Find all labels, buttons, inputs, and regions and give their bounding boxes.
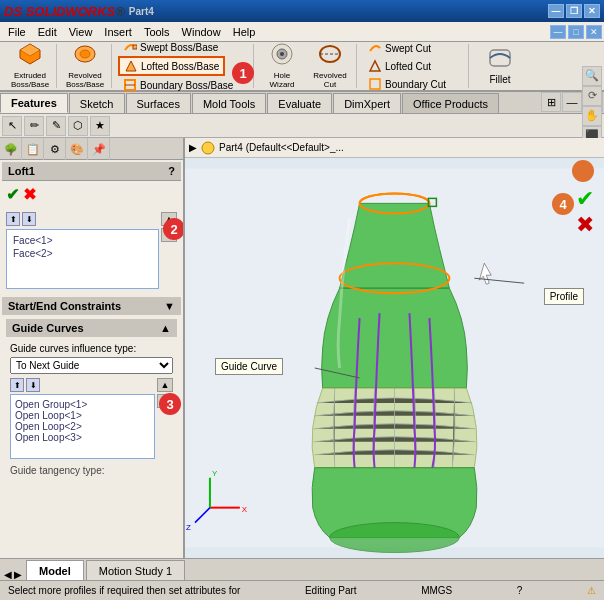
- 3d-sketch-button[interactable]: ✎: [46, 116, 66, 136]
- accept-button[interactable]: ✔: [576, 188, 594, 210]
- loft-title-text: Loft1: [8, 165, 35, 177]
- guide-arrow-up[interactable]: ▲: [157, 378, 173, 392]
- main-content: 🌳 📋 ⚙ 🎨 📌 Loft1 ? ✔ ✖: [0, 138, 604, 558]
- close-button[interactable]: ✕: [584, 4, 600, 18]
- panel-minimize[interactable]: —: [550, 25, 566, 39]
- smart-dim-button[interactable]: ⬡: [68, 116, 88, 136]
- tab-mold-tools[interactable]: Mold Tools: [192, 93, 266, 113]
- guide-curves-header[interactable]: Guide Curves ▲: [6, 319, 177, 337]
- help-button[interactable]: ?: [517, 585, 523, 596]
- boundary-boss-label: Boundary Boss/Base: [140, 80, 233, 91]
- profile-move-up[interactable]: ⬆: [6, 212, 20, 226]
- app-logo: DS SOLIDWORKS®: [4, 4, 125, 19]
- bottle-viewport[interactable]: X Y Z Profile Guide Curve: [185, 158, 604, 558]
- tab-dimxpert[interactable]: DimXpert: [333, 93, 401, 113]
- appear-tab[interactable]: 🎨: [66, 138, 88, 160]
- menu-view[interactable]: View: [63, 24, 99, 40]
- status-bar: Select more profiles if required then se…: [0, 580, 604, 600]
- feature-tree-tab[interactable]: 🌳: [0, 138, 22, 160]
- constraints-arrow: ▼: [164, 300, 175, 312]
- cancel-button[interactable]: ✖: [23, 185, 36, 204]
- titlebar-left: DS SOLIDWORKS® Part4: [4, 4, 154, 19]
- guide-move-up[interactable]: ⬆: [10, 378, 24, 392]
- badge-4-fixed: [572, 160, 594, 182]
- config-tab[interactable]: ⚙: [44, 138, 66, 160]
- select-button[interactable]: ↖: [2, 116, 22, 136]
- left-panel: 🌳 📋 ⚙ 🎨 📌 Loft1 ? ✔ ✖: [0, 138, 185, 558]
- tree-expand[interactable]: ▶: [189, 142, 197, 153]
- sketch-button[interactable]: ✏: [24, 116, 44, 136]
- scroll-right[interactable]: ▶: [14, 569, 22, 580]
- hole-revolved-section: HoleWizard RevolvedCut: [256, 44, 357, 88]
- loft-title-bar: Loft1 ?: [2, 162, 181, 181]
- restore-button[interactable]: ❐: [566, 4, 582, 18]
- tab-surfaces[interactable]: Surfaces: [126, 93, 191, 113]
- reject-button[interactable]: ✖: [576, 214, 594, 236]
- profile-callout-text: Profile: [550, 291, 578, 302]
- tab-evaluate[interactable]: Evaluate: [267, 93, 332, 113]
- cut-group-section: Swept Cut Lofted Cut Boundary Cut: [359, 44, 469, 88]
- revolved-icon: [73, 42, 97, 71]
- window-controls[interactable]: — ❐ ✕: [548, 4, 600, 18]
- bottom-tab-model[interactable]: Model: [26, 560, 84, 580]
- svg-rect-14: [370, 79, 380, 89]
- property-tab[interactable]: 📋: [22, 138, 44, 160]
- guide-item-4[interactable]: Open Loop<3>: [15, 432, 150, 443]
- feature-button[interactable]: ★: [90, 116, 110, 136]
- guide-item-2[interactable]: Open Loop<1>: [15, 410, 150, 421]
- revolved-boss-button[interactable]: RevolvedBoss/Base: [63, 46, 107, 86]
- constraints-header[interactable]: Start/End Constraints ▼: [2, 297, 181, 315]
- lofted-cut-button[interactable]: Lofted Cut: [363, 57, 436, 75]
- svg-text:Z: Z: [186, 523, 191, 532]
- guide-type-dropdown[interactable]: To Next Guide To Next Sharp To Next Edge…: [10, 357, 173, 374]
- minimize-button[interactable]: —: [548, 4, 564, 18]
- extruded-boss-button[interactable]: ExtrudedBoss/Base: [8, 46, 52, 86]
- lofted-boss-button[interactable]: Lofted Boss/Base: [118, 56, 225, 76]
- boundary-cut-button[interactable]: Boundary Cut: [363, 75, 451, 93]
- scroll-left[interactable]: ◀: [4, 569, 12, 580]
- badge-3: 3: [159, 393, 181, 415]
- revolved-cut-button[interactable]: RevolvedCut: [308, 46, 352, 86]
- menu-file[interactable]: File: [2, 24, 32, 40]
- menu-help[interactable]: Help: [227, 24, 262, 40]
- swept-boss-button[interactable]: Swept Boss/Base: [118, 38, 223, 56]
- fillet-button[interactable]: Fillet: [475, 46, 525, 86]
- panel-tabs: 🌳 📋 ⚙ 🎨 📌: [0, 138, 183, 160]
- tab-office-products[interactable]: Office Products: [402, 93, 499, 113]
- revolved-cut-icon: [318, 42, 342, 71]
- face2-item[interactable]: Face<2>: [11, 247, 154, 260]
- svg-rect-4: [133, 45, 137, 49]
- titlebar: DS SOLIDWORKS® Part4 — ❐ ✕: [0, 0, 604, 22]
- guide-move-down[interactable]: ⬇: [26, 378, 40, 392]
- boundary-boss-button[interactable]: Boundary Boss/Base: [118, 76, 238, 94]
- loft-panel: Loft1 ? ✔ ✖ ⬆ ⬇ Fa: [0, 160, 183, 558]
- custom-tab[interactable]: 📌: [88, 138, 110, 160]
- profile-move-down[interactable]: ⬇: [22, 212, 36, 226]
- loft-help-button[interactable]: ?: [168, 165, 175, 177]
- confirm-button[interactable]: ✔: [6, 185, 19, 204]
- tab-sketch[interactable]: Sketch: [69, 93, 125, 113]
- menu-edit[interactable]: Edit: [32, 24, 63, 40]
- rotate-button[interactable]: ⟳: [582, 86, 602, 106]
- status-message: Select more profiles if required then se…: [8, 585, 240, 596]
- bottom-tab-motion[interactable]: Motion Study 1: [86, 560, 185, 580]
- swept-cut-button[interactable]: Swept Cut: [363, 39, 436, 57]
- svg-text:Y: Y: [212, 469, 218, 478]
- guide-item-1[interactable]: Open Group<1>: [15, 399, 150, 410]
- face1-item[interactable]: Face<1>: [11, 234, 154, 247]
- guide-item-3[interactable]: Open Loop<2>: [15, 421, 150, 432]
- hole-wizard-label: HoleWizard: [270, 72, 295, 90]
- revolved-label: RevolvedBoss/Base: [66, 72, 104, 90]
- pan-button[interactable]: ✋: [582, 106, 602, 126]
- tab-features[interactable]: Features: [0, 93, 68, 113]
- panel-minimize-button[interactable]: —: [562, 92, 582, 112]
- hole-wizard-button[interactable]: HoleWizard: [260, 46, 304, 86]
- zoom-button[interactable]: 🔍: [582, 66, 602, 86]
- profiles-list-box: Face<1> Face<2>: [6, 229, 159, 289]
- panel-restore[interactable]: □: [568, 25, 584, 39]
- guide-curves-section: Guide Curves ▲ Guide curves influence ty…: [6, 319, 177, 480]
- panel-close[interactable]: ✕: [586, 25, 602, 39]
- svg-point-3: [80, 50, 90, 58]
- panel-options-button[interactable]: ⊞: [541, 92, 561, 112]
- badge-4: 4: [552, 193, 574, 215]
